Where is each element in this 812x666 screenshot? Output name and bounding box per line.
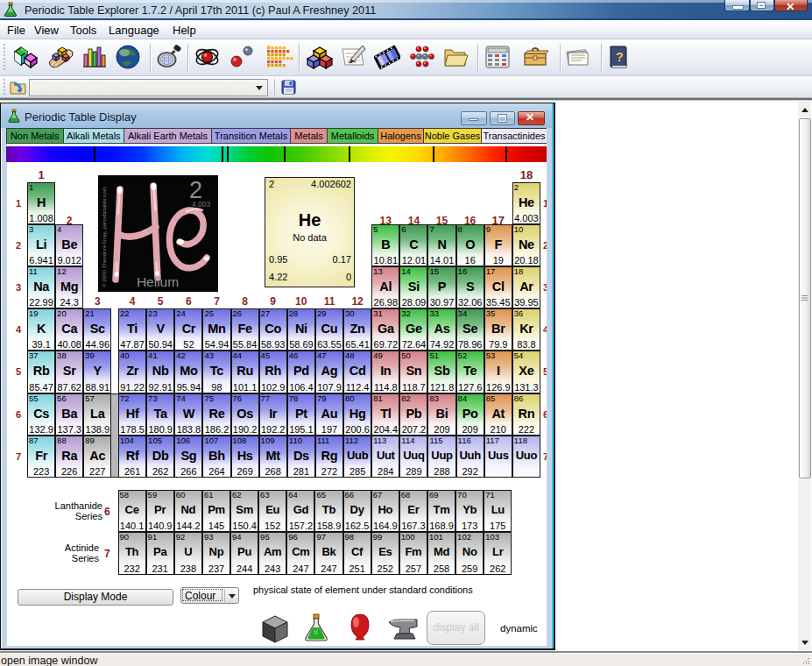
svg-text:Helium: Helium xyxy=(137,274,179,289)
svg-text:© 2000 Theodore Gray, periodic: © 2000 Theodore Gray, periodictable.com xyxy=(101,187,107,287)
svg-text:4.003: 4.003 xyxy=(192,200,211,209)
svg-text:?: ? xyxy=(616,50,624,64)
